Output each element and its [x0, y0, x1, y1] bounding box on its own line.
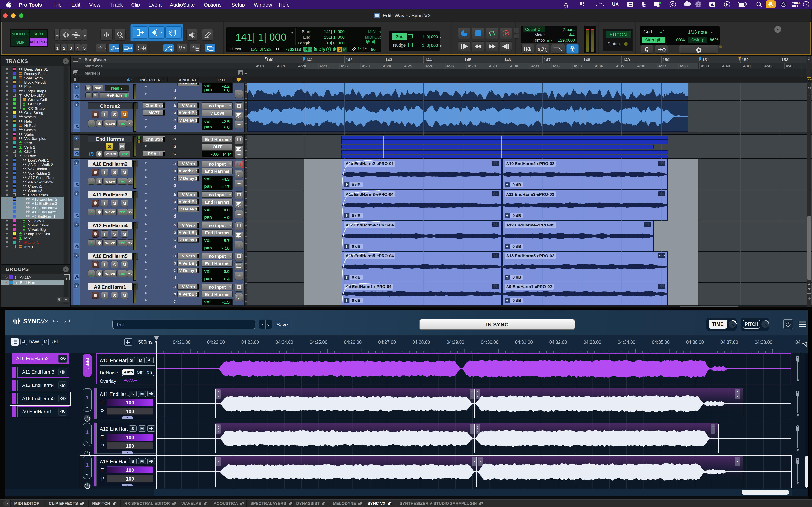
svg-text:UA: UA [612, 1, 619, 7]
svg-text:C: C [671, 3, 674, 6]
svg-text:Dly: Dly [318, 47, 325, 52]
svg-text:)): )) [545, 47, 547, 52]
svg-text:1: 1 [409, 44, 411, 47]
svg-text:P: P [505, 31, 508, 36]
svg-text:Σ: Σ [19, 241, 21, 244]
svg-text:Q: Q [662, 47, 666, 52]
svg-text:((: (( [538, 47, 541, 52]
svg-text:✱: ✱ [333, 46, 337, 52]
svg-text:S: S [339, 47, 342, 52]
svg-text:1: 1 [360, 48, 362, 51]
svg-text:1: 1 [409, 35, 411, 38]
